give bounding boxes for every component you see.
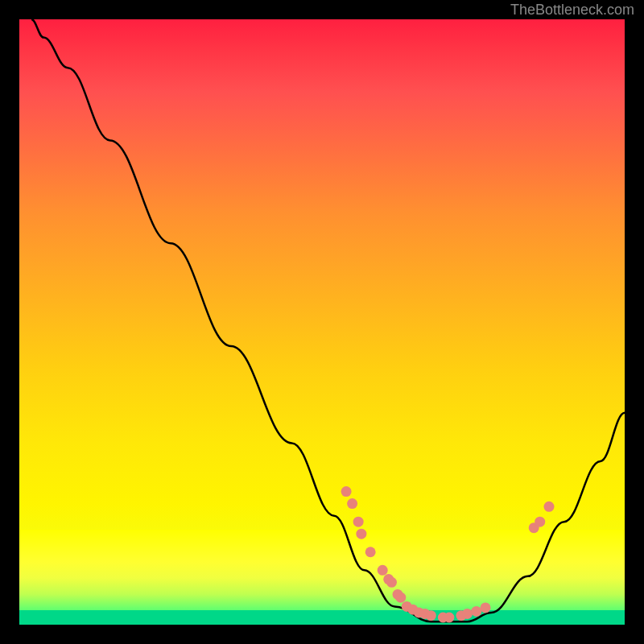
data-dot — [347, 498, 357, 509]
data-dot — [471, 606, 481, 617]
data-dot — [356, 529, 366, 539]
data-dot — [481, 602, 491, 613]
data-dot — [386, 577, 397, 588]
data-dot — [365, 547, 376, 557]
data-dot — [341, 486, 352, 497]
data-dot — [353, 517, 364, 527]
chart-plot-area — [19, 19, 625, 625]
data-dot — [426, 610, 436, 621]
data-dot — [444, 612, 454, 622]
chart-svg — [19, 19, 625, 625]
attribution-text: TheBottleneck.com — [510, 2, 634, 19]
data-dot — [378, 565, 388, 576]
data-dot — [462, 609, 473, 619]
data-dot — [395, 592, 406, 603]
data-dots-group — [341, 486, 555, 622]
data-dot — [535, 517, 545, 527]
data-dot — [544, 502, 555, 512]
